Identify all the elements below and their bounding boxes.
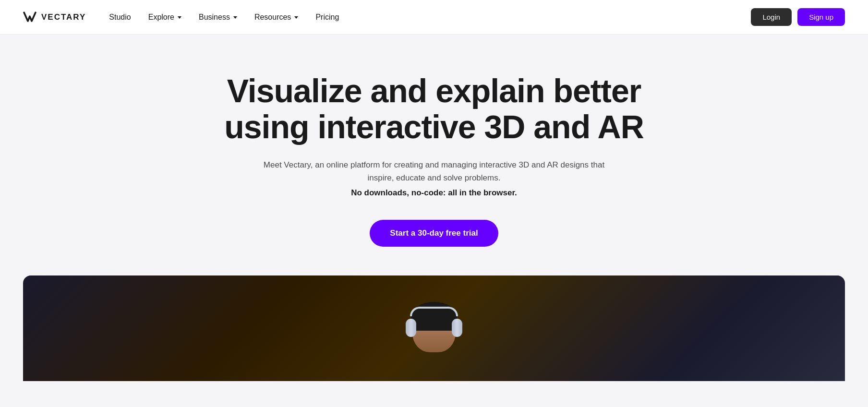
nav-label-resources: Resources	[254, 13, 291, 22]
hero-subtitle: Meet Vectary, an online platform for cre…	[252, 158, 616, 184]
preview-container	[23, 275, 845, 381]
chevron-down-icon	[178, 16, 181, 19]
nav-link-studio[interactable]: Studio	[109, 13, 131, 22]
hero-subtitle-bold: No downloads, no-code: all in the browse…	[351, 188, 517, 198]
preview-person	[376, 285, 492, 381]
nav-label-studio: Studio	[109, 13, 131, 22]
nav-link-business[interactable]: Business	[199, 13, 237, 22]
chevron-down-icon	[233, 16, 237, 19]
nav-link-pricing[interactable]: Pricing	[315, 13, 339, 22]
nav-link-explore[interactable]: Explore	[148, 13, 181, 22]
nav-item-pricing: Pricing	[315, 13, 339, 22]
navbar-left: VECTARY Studio Explore Business	[23, 11, 339, 24]
nav-label-explore: Explore	[148, 13, 174, 22]
nav-links: Studio Explore Business Resources	[109, 13, 339, 22]
nav-label-pricing: Pricing	[315, 13, 339, 22]
logo-text: VECTARY	[41, 12, 86, 22]
person-head	[412, 304, 456, 352]
hero-section: Visualize and explain better using inter…	[0, 35, 868, 275]
chevron-down-icon	[294, 16, 298, 19]
headphone-left	[406, 319, 416, 337]
nav-link-resources[interactable]: Resources	[254, 13, 298, 22]
vectary-logo-icon	[23, 11, 36, 24]
nav-item-resources: Resources	[254, 13, 298, 22]
hero-title: Visualize and explain better using inter…	[218, 73, 650, 145]
nav-item-business: Business	[199, 13, 237, 22]
logo-link[interactable]: VECTARY	[23, 11, 86, 24]
nav-item-studio: Studio	[109, 13, 131, 22]
signup-button[interactable]: Sign up	[797, 8, 845, 26]
person-hair	[411, 302, 457, 331]
navbar: VECTARY Studio Explore Business	[0, 0, 868, 35]
headphone-right	[452, 319, 462, 337]
login-button[interactable]: Login	[751, 8, 792, 26]
navbar-right: Login Sign up	[751, 8, 845, 26]
nav-item-explore: Explore	[148, 13, 181, 22]
nav-label-business: Business	[199, 13, 230, 22]
trial-button[interactable]: Start a 30-day free trial	[370, 220, 498, 247]
headphone-band	[410, 307, 458, 316]
